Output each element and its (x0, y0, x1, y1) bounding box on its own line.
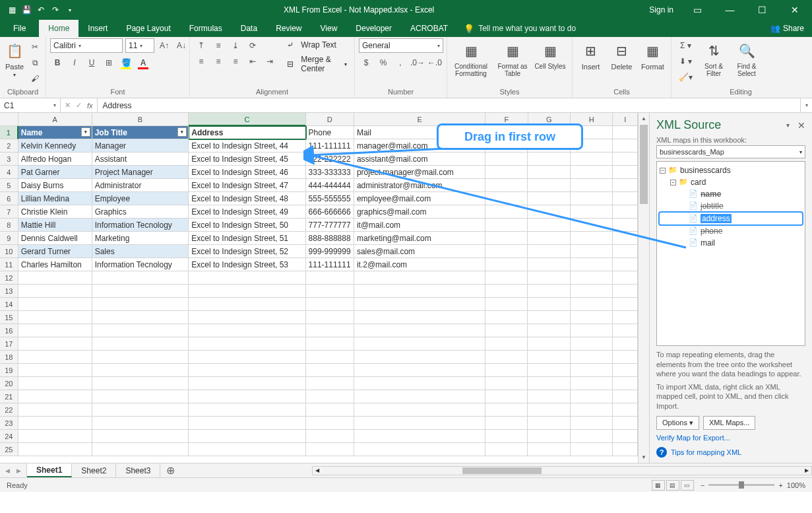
cell[interactable] (485, 258, 528, 271)
table-row[interactable]: 24 (0, 430, 638, 443)
cell[interactable]: project.manager@mail.com (354, 166, 485, 179)
cell[interactable] (528, 430, 570, 443)
cell[interactable]: assistant@mail.com (354, 153, 485, 166)
cell[interactable] (571, 403, 613, 417)
cell[interactable] (354, 351, 485, 364)
zoom-slider[interactable] (708, 484, 774, 486)
cell[interactable] (528, 179, 570, 192)
cell[interactable] (528, 390, 570, 403)
cell[interactable] (354, 285, 485, 298)
rowhead[interactable]: 6 (0, 192, 18, 205)
rowhead[interactable]: 24 (0, 430, 18, 443)
cell[interactable] (306, 364, 354, 377)
table-row[interactable]: 6Lillian MedinaEmployeeExcel to Indesign… (0, 192, 638, 205)
cell[interactable] (613, 417, 638, 430)
cell[interactable] (485, 311, 528, 324)
colhead-b[interactable]: B (92, 113, 189, 126)
cell[interactable]: Daisy Burns (18, 179, 92, 192)
cell[interactable] (485, 377, 528, 390)
cell[interactable] (613, 179, 638, 192)
cell[interactable]: it.2@mail.com (354, 258, 485, 271)
currency-button[interactable]: $ (359, 55, 373, 70)
rowhead[interactable]: 14 (0, 298, 18, 311)
cell[interactable] (613, 166, 638, 179)
cell[interactable] (92, 311, 189, 324)
table-row[interactable]: 15 (0, 311, 638, 324)
cell[interactable] (613, 126, 638, 139)
cell[interactable]: Excel to Indesign Street, 45 (189, 153, 305, 166)
tree-field-mail[interactable]: 📄mail (660, 237, 802, 249)
rowhead[interactable]: 2 (0, 139, 18, 153)
cell[interactable] (92, 351, 189, 364)
cell[interactable] (613, 351, 638, 364)
cell[interactable] (354, 390, 485, 403)
normal-view-button[interactable]: ▦ (652, 480, 665, 491)
cell[interactable]: Information Tecnology (92, 258, 189, 271)
rowhead[interactable]: 21 (0, 390, 18, 403)
cell[interactable] (18, 337, 92, 351)
cell[interactable] (92, 298, 189, 311)
rowhead[interactable]: 16 (0, 324, 18, 337)
tab-data[interactable]: Data (232, 20, 266, 37)
cell[interactable]: Assistant (92, 153, 189, 166)
cell[interactable] (613, 192, 638, 205)
cell[interactable] (613, 298, 638, 311)
cell[interactable]: Phone (306, 126, 354, 139)
cell[interactable] (485, 351, 528, 364)
cell[interactable] (571, 351, 613, 364)
xml-tree[interactable]: −📁businesscards −📁card 📄name 📄jobtitle 📄… (656, 161, 805, 346)
colhead-i[interactable]: I (613, 113, 638, 126)
colhead-c[interactable]: C (189, 113, 305, 126)
cell[interactable] (354, 443, 485, 456)
xml-map-select[interactable]: businesscards_Map▾ (656, 145, 805, 158)
cell[interactable]: Excel to Indesign Street, 51 (189, 232, 305, 245)
cell[interactable]: Excel to Indesign Street, 52 (189, 245, 305, 258)
cell[interactable] (306, 324, 354, 337)
cell[interactable] (354, 324, 485, 337)
copy-button[interactable]: ⧉ (28, 55, 42, 70)
cell[interactable]: Mattie Hill (18, 219, 92, 232)
cell[interactable]: administrator@mail.com (354, 179, 485, 192)
cell[interactable] (571, 232, 613, 245)
cell[interactable]: Christie Klein (18, 205, 92, 219)
cell[interactable] (18, 351, 92, 364)
cell[interactable]: 999-999999 (306, 245, 354, 258)
ribbon-options-icon[interactable]: ▭ (683, 0, 712, 20)
cell[interactable]: Administrator (92, 179, 189, 192)
xml-options-button[interactable]: Options ▾ (656, 416, 699, 430)
cell[interactable] (571, 311, 613, 324)
cell[interactable] (528, 311, 570, 324)
rowhead[interactable]: 20 (0, 377, 18, 390)
cell[interactable] (485, 324, 528, 337)
cell[interactable] (306, 430, 354, 443)
expand-formula-button[interactable]: ▾ (800, 98, 812, 112)
table-row[interactable]: 20 (0, 377, 638, 390)
cell[interactable] (528, 232, 570, 245)
cell[interactable] (306, 351, 354, 364)
rowhead[interactable]: 11 (0, 258, 18, 271)
cell[interactable] (18, 390, 92, 403)
cell[interactable] (613, 285, 638, 298)
rowhead[interactable]: 17 (0, 337, 18, 351)
formula-input[interactable]: Address (98, 98, 800, 112)
tree-field-address[interactable]: 📄address (660, 213, 802, 224)
colhead-a[interactable]: A (18, 113, 92, 126)
wrap-text-button[interactable]: ⤶ Wrap Text (284, 38, 350, 51)
cell[interactable] (18, 417, 92, 430)
cell[interactable] (306, 298, 354, 311)
cell[interactable] (306, 311, 354, 324)
cell[interactable]: 888-888888 (306, 232, 354, 245)
cell[interactable] (485, 390, 528, 403)
number-format-combo[interactable]: General▾ (359, 38, 443, 53)
cell[interactable] (92, 443, 189, 456)
cell[interactable] (92, 430, 189, 443)
qat-dropdown-icon[interactable]: ▾ (65, 5, 75, 15)
rowhead[interactable]: 8 (0, 219, 18, 232)
tab-page-layout[interactable]: Page Layout (117, 20, 179, 37)
increase-indent-button[interactable]: ⇥ (263, 54, 277, 69)
cell[interactable]: 111-111111 (306, 258, 354, 271)
cell[interactable] (92, 337, 189, 351)
fx-icon[interactable]: fx (87, 102, 93, 110)
rowhead[interactable]: 18 (0, 351, 18, 364)
font-size-combo[interactable]: 11▾ (125, 38, 154, 53)
